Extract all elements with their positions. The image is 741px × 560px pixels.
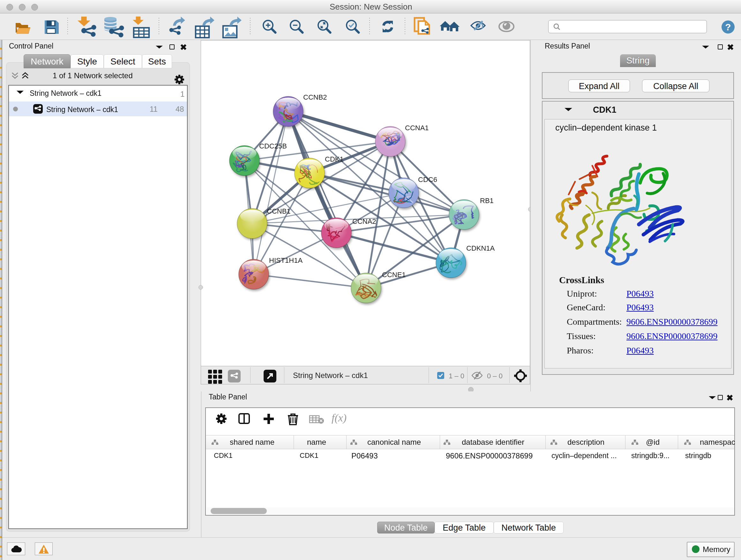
svg-text:CCNB1: CCNB1: [267, 207, 291, 215]
svg-text:CCNA1: CCNA1: [405, 124, 429, 132]
svg-text:RB1: RB1: [480, 197, 494, 205]
svg-text:CDC6: CDC6: [418, 176, 437, 184]
svg-text:CDC25B: CDC25B: [259, 142, 287, 150]
svg-text:CCNA2: CCNA2: [352, 217, 376, 226]
svg-text:HIST1H1A: HIST1H1A: [269, 256, 302, 264]
svg-text:CCNB2: CCNB2: [303, 93, 327, 101]
svg-text:CCNE1: CCNE1: [382, 271, 406, 279]
svg-text:CDKN1A: CDKN1A: [466, 244, 495, 252]
svg-text:CDK1: CDK1: [325, 155, 344, 163]
